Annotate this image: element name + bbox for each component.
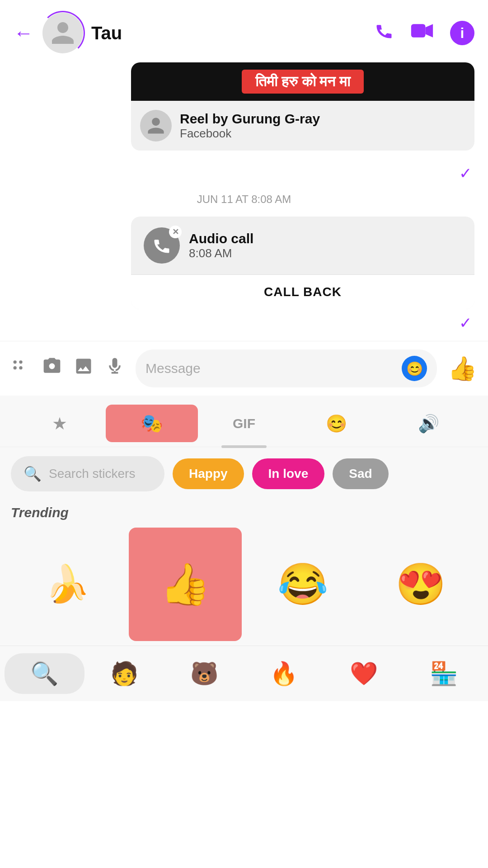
sticker-grid: 🍌 👍 😂 😍	[11, 528, 477, 641]
tag-sad[interactable]: Sad	[333, 458, 388, 489]
message-input[interactable]: Message 😊	[136, 349, 437, 387]
reel-card: तिमी हरु को मन मा Reel by Gurung G-ray F…	[131, 62, 474, 151]
audio-call-card: ✕ Audio call 8:08 AM CALL BACK	[131, 217, 474, 309]
call-text-block: Audio call 8:08 AM	[189, 231, 462, 260]
reel-subtitle: Facebook	[180, 127, 465, 141]
reel-seen: ✓	[14, 164, 474, 182]
header: ← Tau i	[0, 0, 488, 62]
svg-point-1	[14, 360, 17, 363]
camera-button[interactable]	[42, 356, 62, 381]
more-button[interactable]	[11, 356, 31, 381]
mic-button[interactable]	[105, 356, 125, 381]
sticker-banana[interactable]: 🍌	[11, 528, 124, 641]
info-button[interactable]: i	[450, 21, 474, 45]
svg-point-4	[19, 366, 22, 369]
reel-info: Reel by Gurung G-ray Facebook	[131, 101, 474, 151]
tab-sound[interactable]: 🔊	[382, 406, 474, 442]
sticker-nav-search[interactable]: 🔍	[5, 653, 84, 694]
reel-text-block: Reel by Gurung G-ray Facebook	[180, 111, 465, 141]
tab-gif[interactable]: GIF	[198, 408, 290, 439]
call-time: 8:08 AM	[189, 246, 462, 260]
search-icon: 🔍	[23, 465, 42, 482]
search-stickers-row: 🔍 Search stickers Happy In love Sad	[0, 447, 488, 500]
thumbs-up-button[interactable]: 👍	[448, 355, 477, 382]
missed-x-icon: ✕	[169, 226, 182, 238]
sticker-nav-heart[interactable]: ❤️	[324, 660, 404, 687]
sticker-nav-bear[interactable]: 🐻	[164, 660, 244, 687]
search-stickers-input[interactable]: 🔍 Search stickers	[11, 456, 164, 491]
back-button[interactable]: ←	[14, 22, 33, 44]
audio-card-inner: ✕ Audio call 8:08 AM	[131, 217, 474, 274]
search-placeholder: Search stickers	[49, 467, 135, 481]
seen-icon: ✓	[459, 164, 472, 182]
contact-name: Tau	[91, 23, 374, 43]
reel-title: Reel by Gurung G-ray	[180, 111, 465, 127]
sticker-nav-fire[interactable]: 🔥	[244, 660, 324, 687]
sticker-panel: ★ 🎭 GIF 😊 🔊 🔍 Search stickers Happy In l…	[0, 396, 488, 701]
call-title: Audio call	[189, 231, 462, 246]
sticker-heart-eyes[interactable]: 😍	[364, 528, 478, 641]
sticker-laugh[interactable]: 😂	[246, 528, 360, 641]
tag-happy[interactable]: Happy	[173, 458, 244, 489]
sticker-thumbsup[interactable]: 👍	[129, 528, 242, 641]
tab-stickers[interactable]: 🎭	[106, 405, 198, 442]
header-icons: i	[374, 21, 474, 45]
svg-point-3	[14, 366, 17, 369]
image-button[interactable]	[73, 356, 94, 381]
call-seen-icon: ✓	[459, 314, 472, 332]
avatar-container	[42, 13, 83, 53]
avatar-ring	[41, 11, 85, 55]
sticker-nav-person[interactable]: 🧑	[84, 660, 164, 687]
call-icon-circle: ✕	[144, 227, 180, 264]
tab-favorites[interactable]: ★	[14, 406, 106, 442]
input-toolbar: Message 😊 👍	[0, 341, 488, 396]
call-back-button[interactable]: CALL BACK	[131, 274, 474, 309]
reel-banner-text: तिमी हरु को मन मा	[242, 70, 364, 94]
svg-point-2	[19, 360, 22, 363]
trending-label: Trending	[11, 505, 477, 520]
sticker-bottom-nav: 🔍 🧑 🐻 🔥 ❤️ 🏪	[0, 646, 488, 701]
call-seen: ✓	[14, 314, 474, 332]
timestamp: JUN 11 AT 8:08 AM	[14, 193, 474, 206]
trending-section: Trending 🍌 👍 😂 😍	[0, 500, 488, 641]
sticker-nav-store[interactable]: 🏪	[404, 660, 483, 687]
chat-area: तिमी हरु को मन मा Reel by Gurung G-ray F…	[0, 62, 488, 332]
reel-avatar	[140, 110, 172, 142]
reel-banner: तिमी हरु को मन मा	[131, 62, 474, 101]
tag-inlove[interactable]: In love	[252, 458, 325, 489]
video-call-button[interactable]	[410, 21, 434, 45]
scroll-indicator	[221, 445, 267, 448]
svg-rect-0	[411, 24, 426, 38]
emoji-button[interactable]: 😊	[402, 356, 427, 381]
message-placeholder: Message	[145, 361, 395, 376]
call-button[interactable]	[374, 21, 394, 45]
tab-emoji[interactable]: 😊	[290, 406, 382, 442]
sticker-tabs: ★ 🎭 GIF 😊 🔊	[0, 396, 488, 447]
